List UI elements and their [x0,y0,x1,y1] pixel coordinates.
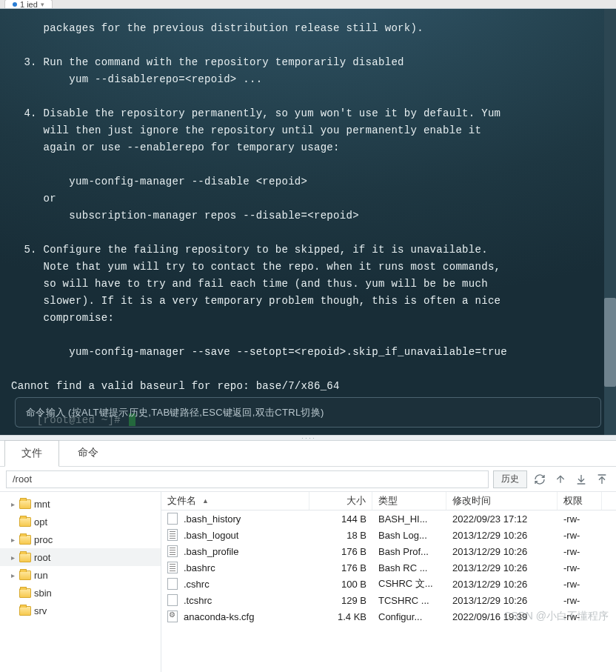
tab-files[interactable]: 文件 [4,440,59,467]
file-row[interactable]: .cshrc100 BCSHRC 文...2013/12/29 10:26-rw… [161,576,616,592]
upload-icon[interactable] [594,471,610,488]
tree-item-label: proc [34,534,53,545]
terminal-line: 3. Run the command with the repository t… [11,54,605,71]
fm-tabs: 文件 命令 [0,441,616,467]
tree-item-proc[interactable]: ▸proc [0,530,161,548]
terminal-line: compromise: [11,310,605,327]
download-icon[interactable] [573,471,589,488]
tree-item-opt[interactable]: opt [0,513,161,530]
tree-item-run[interactable]: ▸run [0,566,161,584]
file-row[interactable]: .bash_profile176 BBash Prof...2013/12/29… [161,543,616,559]
file-size: 176 B [309,546,372,557]
scrollbar-thumb[interactable] [604,298,616,387]
file-date: 2013/12/29 10:26 [446,546,558,557]
tree-item-label: srv [34,605,47,616]
folder-tree[interactable]: ▸mnt opt▸proc▸root▸run sbin srv [0,492,161,672]
terminal-line: slower). If it is a very temporary probl… [11,293,605,310]
tree-item-sbin[interactable]: sbin [0,584,161,602]
caret-icon: ▸ [9,571,16,579]
chevron-down-icon[interactable]: ▾ [41,1,44,8]
file-type: Bash RC ... [372,562,446,573]
file-icon [167,545,178,557]
session-tab-label: 1 ied [20,0,38,9]
file-row[interactable]: .bashrc176 BBash RC ...2013/12/29 10:26-… [161,559,616,576]
file-date: 2013/12/29 10:26 [446,579,558,590]
col-perm[interactable]: 权限 [558,492,602,510]
terminal-line: yum --disablerepo=<repoid> ... [11,71,605,88]
terminal-line [11,361,605,378]
file-row[interactable]: .bash_history144 BBASH_HI...2022/09/23 1… [161,510,616,527]
file-size: 100 B [309,579,372,590]
sort-asc-icon: ▲ [202,497,209,505]
file-perm: -rw- [558,595,602,606]
tree-item-label: sbin [34,588,52,599]
file-name: anaconda-ks.cfg [184,611,254,622]
file-type: Configur... [372,611,446,622]
col-size[interactable]: 大小 [309,492,372,510]
path-input[interactable] [6,470,489,488]
file-icon [167,529,178,541]
col-name[interactable]: 文件名▲ [161,492,309,510]
folder-icon [19,553,31,562]
command-input[interactable]: 命令输入 (按ALT键提示历史,TAB键路径,ESC键返回,双击CTRL切换) [15,397,601,428]
file-name: .bash_profile [184,546,238,557]
col-date[interactable]: 修改时间 [446,492,558,510]
terminal-line [11,327,605,344]
terminal-line: packages for the previous distribution r… [11,20,605,37]
caret-icon: ▸ [9,500,16,508]
file-perm: -rw- [558,611,602,622]
terminal-line [11,156,605,173]
tree-item-root[interactable]: ▸root [0,548,161,566]
file-list[interactable]: 文件名▲ 大小 类型 修改时间 权限 .bash_history144 BBAS… [161,492,616,672]
file-row[interactable]: .tcshrc129 BTCSHRC ...2013/12/29 10:26-r… [161,592,616,608]
file-type: TCSHRC ... [372,595,446,606]
terminal-line: Cannot find a valid baseurl for repo: ba… [11,378,605,395]
file-type: Bash Log... [372,530,446,541]
folder-icon [19,517,31,527]
file-row[interactable]: .bash_logout18 BBash Log...2013/12/29 10… [161,527,616,543]
terminal-scrollbar[interactable] [604,9,616,435]
window-tab-strip: 1 ied ▾ [0,0,616,9]
file-manager: ▸mnt opt▸proc▸root▸run sbin srv 文件名▲ 大小 … [0,492,616,672]
file-row[interactable]: anaconda-ks.cfg1.4 KBConfigur...2022/09/… [161,608,616,625]
terminal-line: will then just ignore the repository unt… [11,122,605,139]
history-button[interactable]: 历史 [493,470,527,488]
file-size: 144 B [309,513,372,525]
file-icon [167,578,178,590]
session-tab[interactable]: 1 ied ▾ [4,0,53,8]
file-name: .cshrc [184,579,210,590]
file-date: 2013/12/29 10:26 [446,595,558,606]
terminal-line [11,88,605,105]
tree-item-label: run [34,570,48,581]
file-perm: -rw- [558,530,602,541]
path-toolbar: 历史 [0,467,616,492]
tree-item-mnt[interactable]: ▸mnt [0,495,161,513]
up-icon[interactable] [552,471,569,488]
terminal-line: yum-config-manager --save --setopt=<repo… [11,344,605,361]
file-date: 2022/09/23 17:12 [446,513,558,525]
file-perm: -rw- [558,562,602,573]
terminal-line: again or use --enablerepo for temporary … [11,139,605,156]
file-size: 176 B [309,562,372,573]
tree-item-srv[interactable]: srv [0,602,161,619]
folder-icon [19,606,31,616]
tree-item-label: mnt [34,499,50,510]
command-input-placeholder: 命令输入 (按ALT键提示历史,TAB键路径,ESC键返回,双击CTRL切换) [26,407,324,418]
file-type: CSHRC 文... [372,577,446,591]
folder-icon [19,499,31,509]
terminal-line: so will have to try and fail each time (… [11,276,605,293]
refresh-icon[interactable] [532,471,548,488]
caret-icon: ▸ [9,536,16,544]
file-size: 18 B [309,530,372,541]
folder-icon [19,570,31,580]
tab-commands[interactable]: 命令 [61,439,116,466]
col-type[interactable]: 类型 [372,492,446,510]
file-icon [167,594,178,606]
terminal-line: 5. Configure the failing repository to b… [11,242,605,259]
folder-icon [19,535,31,545]
file-perm: -rw- [558,546,602,557]
terminal-pane[interactable]: packages for the previous distribution r… [0,9,616,435]
terminal-line: subscription-manager repos --disable=<re… [11,207,605,224]
file-size: 1.4 KB [309,611,372,622]
file-name: .bash_history [184,513,241,525]
